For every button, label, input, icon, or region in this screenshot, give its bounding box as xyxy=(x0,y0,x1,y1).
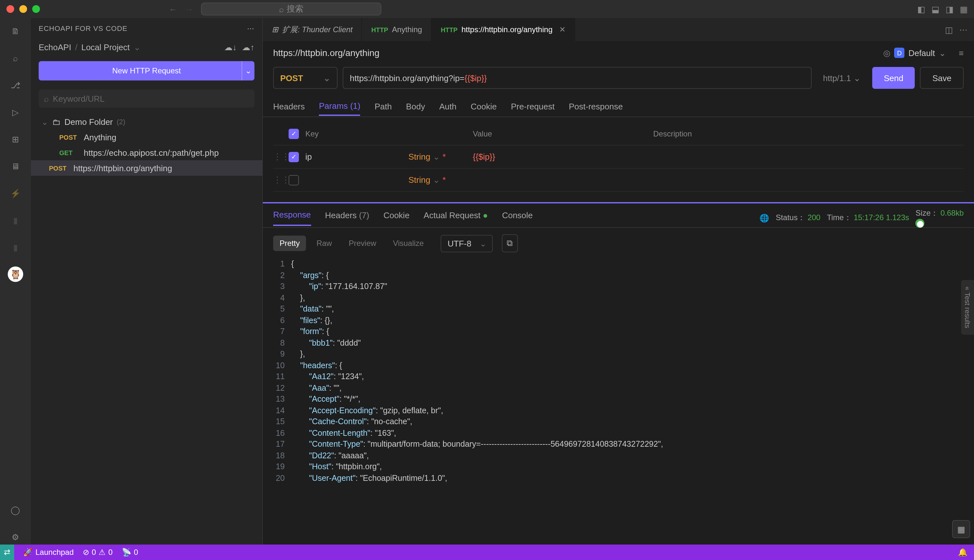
remote-icon[interactable]: 🖥 xyxy=(8,158,23,174)
url-row: POST ⌄ https://httpbin.org/anything?ip={… xyxy=(263,64,974,97)
folder-icon: 🗀 xyxy=(52,117,60,127)
method-select[interactable]: POST ⌄ xyxy=(273,67,337,89)
view-raw[interactable]: Raw xyxy=(310,236,339,251)
bell-icon[interactable]: 🔔 xyxy=(958,548,967,557)
tree-item-active[interactable]: POST https://httpbin.org/anything xyxy=(31,160,262,176)
req-tab-auth[interactable]: Auth xyxy=(439,98,457,115)
param-row-empty[interactable]: ⋮⋮ String ⌄ * xyxy=(273,168,964,192)
minimize-window[interactable] xyxy=(19,5,27,13)
req-tab-headers[interactable]: Headers xyxy=(273,98,305,115)
tab-httpbin[interactable]: HTTP https://httpbin.org/anything ✕ xyxy=(432,18,575,41)
resp-tab-console[interactable]: Console xyxy=(502,210,533,225)
req-tab-postresp[interactable]: Post-response xyxy=(569,98,623,115)
layout-left-icon[interactable]: ◧ xyxy=(917,4,925,14)
layout-grid-icon[interactable]: ▦ xyxy=(960,4,967,14)
resp-tab-response[interactable]: Response xyxy=(273,210,311,226)
status-code: 200 xyxy=(807,213,820,222)
split-editor-icon[interactable]: ◫ xyxy=(945,25,953,35)
new-http-request-button[interactable]: New HTTP Request ⌄ xyxy=(38,61,254,80)
resp-tab-cookie[interactable]: Cookie xyxy=(383,210,409,225)
send-button[interactable]: Send xyxy=(872,67,915,89)
tree-item[interactable]: POST Anything xyxy=(31,129,262,145)
url-input[interactable]: https://httpbin.org/anything?ip={{$ip}} xyxy=(343,67,811,89)
run-debug-icon[interactable]: ▷ xyxy=(8,104,23,120)
block1-icon[interactable]: ▮ xyxy=(8,212,23,228)
cloud-down-icon[interactable]: ☁︎↓ xyxy=(224,42,237,52)
account-icon[interactable]: ◯ xyxy=(8,502,23,518)
thunder-icon[interactable]: ⚡ xyxy=(8,185,23,201)
layout-toggle-button[interactable]: ▦ xyxy=(952,520,970,538)
view-visualize[interactable]: Visualize xyxy=(386,236,430,251)
request-name[interactable]: https://httpbin.org/anything xyxy=(273,48,379,58)
test-results-tab[interactable]: « Test results xyxy=(961,280,974,335)
folder-row[interactable]: ⌄ 🗀 Demo Folder (2) xyxy=(31,114,262,129)
response-area: Response Headers (7) Cookie Actual Reque… xyxy=(263,203,974,545)
error-icon: ⊘ xyxy=(83,548,89,557)
param-type-select[interactable]: String ⌄ * xyxy=(408,152,466,162)
req-tab-params[interactable]: Params (1) xyxy=(319,97,361,116)
view-preview[interactable]: Preview xyxy=(342,236,383,251)
copy-icon[interactable]: ⧉ xyxy=(501,234,518,252)
drag-handle-icon[interactable]: ⋮⋮ xyxy=(273,175,282,185)
size-info-icon[interactable]: ⬤ xyxy=(916,219,925,228)
resp-tab-actual[interactable]: Actual Request ● xyxy=(424,210,488,225)
req-tab-prereq[interactable]: Pre-request xyxy=(511,98,555,115)
tab-anything[interactable]: HTTP Anything xyxy=(363,18,432,41)
param-checkbox[interactable]: ✓ xyxy=(289,152,299,162)
breadcrumb-root[interactable]: EchoAPI xyxy=(38,42,71,52)
errors-count[interactable]: ⊘ 0 ⚠ 0 xyxy=(83,548,113,557)
menu-icon[interactable]: ≡ xyxy=(959,48,964,58)
nav-back-icon[interactable]: ← xyxy=(169,4,177,14)
close-tab-icon[interactable]: ✕ xyxy=(559,25,566,34)
layout-right-icon[interactable]: ◨ xyxy=(946,4,953,14)
view-pretty[interactable]: Pretty xyxy=(273,236,306,251)
resp-tab-headers[interactable]: Headers (7) xyxy=(325,210,369,225)
search-icon: ⌕ xyxy=(279,4,284,14)
source-control-icon[interactable]: ⎇ xyxy=(8,77,23,93)
maximize-window[interactable] xyxy=(32,5,40,13)
new-request-dropdown[interactable]: ⌄ xyxy=(242,61,254,80)
search-icon[interactable]: ⌕ xyxy=(8,50,23,66)
more-icon[interactable]: ⋯ xyxy=(959,25,967,35)
chevron-down-icon[interactable]: ⌄ xyxy=(134,42,141,52)
check-all[interactable]: ✓ xyxy=(289,128,299,139)
layout-bottom-icon[interactable]: ⬓ xyxy=(932,4,939,14)
param-value[interactable]: {{$ip}} xyxy=(473,152,647,162)
sidebar-search[interactable]: ⌕ Keyword/URL xyxy=(38,90,254,107)
encoding-select[interactable]: UTF-8 ⌄ xyxy=(441,235,493,252)
echoapi-icon[interactable]: 🦉 xyxy=(8,267,23,282)
tab-thunder[interactable]: ⊞ 扩展: Thunder Client xyxy=(263,18,363,41)
extensions-icon[interactable]: ⊞ xyxy=(8,131,23,147)
settings-gear-icon[interactable]: ⚙ xyxy=(8,529,23,545)
response-body[interactable]: 1{2 "args": {3 "ip": "177.164.107.87"4 }… xyxy=(263,259,974,545)
breadcrumb-project[interactable]: Local Project xyxy=(81,42,129,52)
protocol-select[interactable]: http/1.1 ⌄ xyxy=(817,67,867,89)
nav-forward-icon[interactable]: → xyxy=(185,4,193,14)
req-tab-body[interactable]: Body xyxy=(406,98,425,115)
drag-handle-icon[interactable]: ⋮⋮ xyxy=(273,152,282,162)
titlebar: ← → ⌕ 搜索 ◧ ⬓ ◨ ▦ xyxy=(0,0,974,18)
tree-item[interactable]: GET https://echo.apipost.cn/:path/get.ph… xyxy=(31,145,262,160)
block2-icon[interactable]: ▮ xyxy=(8,240,23,255)
sidebar-more-icon[interactable]: ⋯ xyxy=(247,24,254,33)
param-key[interactable]: ip xyxy=(305,152,402,162)
explorer-icon[interactable]: 🗎 xyxy=(8,23,23,38)
param-row[interactable]: ⋮⋮ ✓ ip String ⌄ * {{$ip}} xyxy=(273,145,964,168)
save-button[interactable]: Save xyxy=(920,67,964,89)
param-checkbox[interactable] xyxy=(289,175,299,185)
command-search[interactable]: ⌕ 搜索 xyxy=(201,3,381,15)
environment-selector[interactable]: ◎ D Default ⌄ ≡ xyxy=(883,48,964,58)
cloud-up-icon[interactable]: ☁︎↑ xyxy=(242,42,254,52)
param-type-select[interactable]: String ⌄ * xyxy=(408,175,466,185)
launchpad-button[interactable]: 🚀 Launchpad xyxy=(23,548,74,557)
req-tab-cookie[interactable]: Cookie xyxy=(471,98,497,115)
extension-icon: ⊞ xyxy=(272,25,278,34)
rocket-icon: 🚀 xyxy=(23,548,33,557)
remote-indicator[interactable]: ⇄ xyxy=(0,545,14,560)
ports-count[interactable]: 📡 0 xyxy=(122,548,138,557)
req-tab-path[interactable]: Path xyxy=(374,98,392,115)
http-icon: HTTP xyxy=(371,26,388,33)
request-tree: ⌄ 🗀 Demo Folder (2) POST Anything GET ht… xyxy=(31,112,262,178)
chevron-down-icon: ⌄ xyxy=(479,238,487,248)
close-window[interactable] xyxy=(7,5,14,13)
